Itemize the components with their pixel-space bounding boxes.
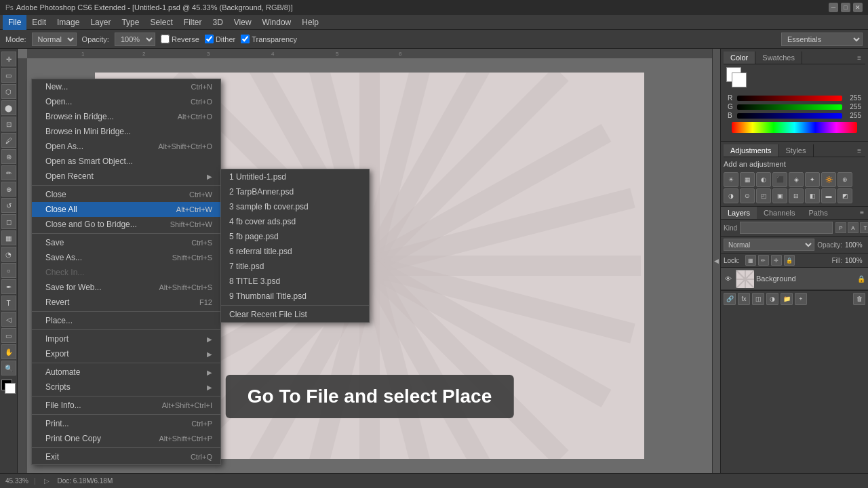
channel-mixer-adj[interactable]: ⊙ — [740, 188, 755, 203]
crop-tool[interactable]: ⊡ — [1, 117, 16, 131]
history-tool[interactable]: ↺ — [1, 198, 16, 213]
recent-file-2[interactable]: 2 TarpBAnner.psd — [221, 184, 369, 199]
layer-item[interactable]: 👁 — [721, 268, 868, 290]
selective-color-adj[interactable]: ◩ — [837, 188, 852, 203]
healing-tool[interactable]: ⊛ — [1, 149, 16, 164]
dither-checkbox[interactable]: Dither — [205, 35, 235, 43]
menu-select[interactable]: Select — [144, 15, 178, 30]
recent-file-8[interactable]: 8 TITLE 3.psd — [221, 274, 369, 289]
menu-revert[interactable]: Revert F12 — [32, 295, 220, 310]
background-color-box[interactable] — [732, 73, 747, 87]
mode-select[interactable]: Normal — [32, 33, 77, 46]
menu-edit[interactable]: Edit — [26, 15, 52, 30]
menu-save-web[interactable]: Save for Web... Alt+Shift+Ctrl+S — [32, 280, 220, 295]
blur-tool[interactable]: ◔ — [1, 247, 16, 262]
menu-print[interactable]: Print... Ctrl+P — [32, 416, 220, 431]
layers-blend-select[interactable]: Normal — [724, 239, 814, 251]
layer-mask-btn[interactable]: ◫ — [752, 293, 764, 305]
curves-adj[interactable]: ◐ — [756, 172, 771, 187]
tab-layers[interactable]: Layers — [721, 207, 757, 219]
reverse-check[interactable] — [161, 35, 170, 43]
new-group-btn[interactable]: 📁 — [781, 293, 793, 305]
clone-tool[interactable]: ⊕ — [1, 182, 16, 197]
lock-all-btn[interactable]: 🔒 — [784, 255, 795, 266]
gradient-map-adj[interactable]: ▬ — [821, 188, 836, 203]
adjustments-menu[interactable]: ≡ — [853, 145, 865, 157]
menu-window[interactable]: Window — [257, 15, 297, 30]
menu-open[interactable]: Open... Ctrl+O — [32, 94, 220, 109]
new-fill-adj-btn[interactable]: ◑ — [766, 293, 778, 305]
menu-browse-mini-bridge[interactable]: Browse in Mini Bridge... — [32, 124, 220, 139]
menu-view[interactable]: View — [229, 15, 257, 30]
lasso-tool[interactable]: ⬡ — [1, 84, 16, 99]
color-spectrum[interactable] — [732, 122, 857, 133]
menu-import[interactable]: Import ▶ — [32, 331, 220, 346]
menu-new[interactable]: New... Ctrl+N — [32, 79, 220, 94]
menu-open-smart[interactable]: Open as Smart Object... — [32, 154, 220, 169]
r-slider[interactable] — [737, 96, 842, 101]
color-lookup-adj[interactable]: ◰ — [756, 188, 771, 203]
menu-place[interactable]: Place... — [32, 313, 220, 328]
posterize-adj[interactable]: ⊟ — [789, 188, 804, 203]
quick-select-tool[interactable]: ⬤ — [1, 100, 16, 115]
menu-layer[interactable]: Layer — [85, 15, 116, 30]
layer-style-btn[interactable]: fx — [738, 293, 750, 305]
dodge-tool[interactable]: ○ — [1, 263, 16, 278]
b-slider[interactable] — [737, 113, 842, 119]
transparency-checkbox[interactable]: Transparency — [241, 35, 297, 43]
recent-file-6[interactable]: 6 referral title.psd — [221, 244, 369, 259]
menu-3d[interactable]: 3D — [207, 15, 228, 30]
menu-file[interactable]: File — [3, 15, 26, 30]
menu-automate[interactable]: Automate ▶ — [32, 365, 220, 380]
menu-filter[interactable]: Filter — [178, 15, 208, 30]
marquee-tool[interactable]: ▭ — [1, 68, 16, 83]
panel-collapse-btn[interactable]: ◀ — [712, 49, 720, 473]
menu-open-recent[interactable]: Open Recent ▶ 1 Untitled-1.psd 2 TarpBAn… — [32, 169, 220, 184]
tab-swatches[interactable]: Swatches — [755, 52, 802, 64]
layer-visibility-toggle[interactable]: 👁 — [724, 274, 733, 283]
recent-file-5[interactable]: 5 fb page.psd — [221, 229, 369, 244]
recent-file-9[interactable]: 9 Thumbnail Title.psd — [221, 289, 369, 304]
tab-color[interactable]: Color — [724, 52, 755, 64]
menu-close[interactable]: Close Ctrl+W — [32, 187, 220, 202]
gradient-tool[interactable]: ▦ — [1, 230, 16, 245]
opacity-select[interactable]: 100% — [115, 33, 155, 46]
menu-save-as[interactable]: Save As... Shift+Ctrl+S — [32, 250, 220, 265]
text-tool[interactable]: T — [1, 296, 16, 310]
delete-layer-btn[interactable]: 🗑 — [853, 293, 865, 305]
menu-close-bridge[interactable]: Close and Go to Bridge... Shift+Ctrl+W — [32, 217, 220, 232]
eraser-tool[interactable]: ◻ — [1, 214, 16, 229]
tab-adjustments[interactable]: Adjustments — [724, 144, 779, 157]
menu-help[interactable]: Help — [296, 15, 324, 30]
levels-adj[interactable]: ▦ — [740, 172, 755, 187]
g-slider[interactable] — [737, 104, 842, 110]
filter-type-btn[interactable]: T — [860, 222, 868, 233]
filter-pixel-btn[interactable]: P — [835, 222, 846, 233]
tab-channels[interactable]: Channels — [757, 207, 802, 219]
workspace-select[interactable]: Essentials — [781, 33, 863, 46]
tab-paths[interactable]: Paths — [802, 207, 835, 219]
layers-filter-input[interactable] — [740, 222, 833, 234]
vibrance-adj[interactable]: ◈ — [789, 172, 804, 187]
menu-print-one[interactable]: Print One Copy Alt+Shift+Ctrl+P — [32, 431, 220, 446]
menu-type[interactable]: Type — [116, 15, 144, 30]
brightness-adj[interactable]: ☀ — [724, 172, 738, 187]
lock-pixels-btn[interactable]: ▦ — [745, 255, 756, 266]
transparency-check[interactable] — [241, 35, 250, 43]
menu-image[interactable]: Image — [52, 15, 85, 30]
menu-exit[interactable]: Exit Ctrl+Q — [32, 449, 220, 464]
new-layer-btn[interactable]: + — [795, 293, 807, 305]
threshold-adj[interactable]: ◧ — [805, 188, 820, 203]
brush-tool[interactable]: ✏ — [1, 165, 16, 180]
filter-adj-btn[interactable]: A — [848, 222, 859, 233]
clear-recent-btn[interactable]: Clear Recent File List — [221, 307, 369, 322]
menu-browse-bridge[interactable]: Browse in Bridge... Alt+Ctrl+O — [32, 109, 220, 124]
color-balance-adj[interactable]: 🔆 — [821, 172, 836, 187]
shape-tool[interactable]: ▭ — [1, 328, 16, 343]
menu-file-info[interactable]: File Info... Alt+Shift+Ctrl+I — [32, 398, 220, 413]
minimize-button[interactable]: ─ — [829, 3, 838, 12]
menu-check-in[interactable]: Check In... — [32, 265, 220, 280]
recent-file-7[interactable]: 7 title.psd — [221, 259, 369, 274]
tab-styles[interactable]: Styles — [779, 144, 814, 157]
lock-position-btn[interactable]: ✛ — [771, 255, 782, 266]
